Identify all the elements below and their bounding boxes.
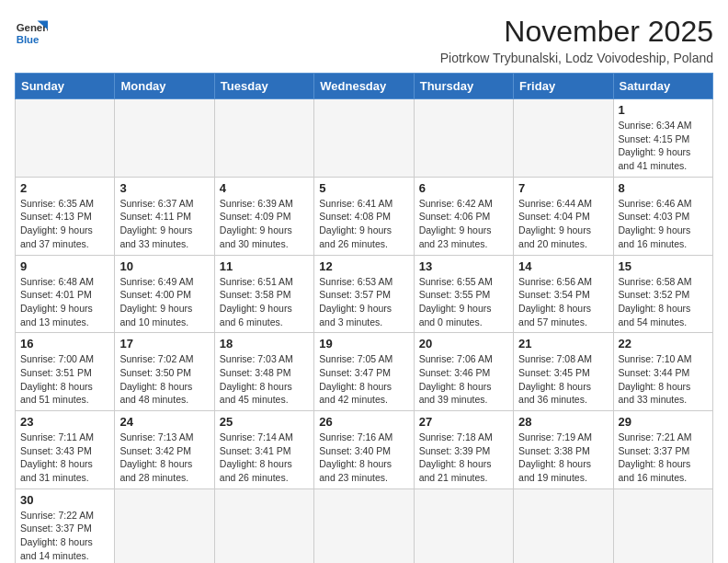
calendar-week-row: 30Sunrise: 7:22 AM Sunset: 3:37 PM Dayli… xyxy=(16,488,713,563)
day-info: Sunrise: 6:58 AM Sunset: 3:52 PM Dayligh… xyxy=(619,275,708,329)
calendar-day-cell: 8Sunrise: 6:46 AM Sunset: 4:03 PM Daylig… xyxy=(613,177,712,255)
calendar-day-cell xyxy=(115,99,214,178)
calendar: SundayMondayTuesdayWednesdayThursdayFrid… xyxy=(15,73,713,563)
calendar-day-cell: 12Sunrise: 6:53 AM Sunset: 3:57 PM Dayli… xyxy=(314,255,414,333)
calendar-day-cell: 27Sunrise: 7:18 AM Sunset: 3:39 PM Dayli… xyxy=(414,411,513,489)
calendar-day-cell: 19Sunrise: 7:05 AM Sunset: 3:47 PM Dayli… xyxy=(314,333,414,411)
day-info: Sunrise: 7:22 AM Sunset: 3:37 PM Dayligh… xyxy=(20,509,109,563)
calendar-day-cell: 13Sunrise: 6:55 AM Sunset: 3:55 PM Dayli… xyxy=(414,255,513,333)
day-info: Sunrise: 7:00 AM Sunset: 3:51 PM Dayligh… xyxy=(20,352,109,407)
calendar-day-cell: 20Sunrise: 7:06 AM Sunset: 3:46 PM Dayli… xyxy=(414,333,513,411)
day-info: Sunrise: 6:41 AM Sunset: 4:08 PM Dayligh… xyxy=(319,197,408,251)
day-number: 15 xyxy=(619,259,708,273)
calendar-day-cell: 22Sunrise: 7:10 AM Sunset: 3:44 PM Dayli… xyxy=(613,333,712,411)
calendar-day-cell xyxy=(514,488,613,563)
calendar-header-saturday: Saturday xyxy=(613,74,712,99)
day-number: 21 xyxy=(518,337,608,350)
calendar-day-cell: 23Sunrise: 7:11 AM Sunset: 3:43 PM Dayli… xyxy=(16,411,115,489)
day-info: Sunrise: 6:49 AM Sunset: 4:00 PM Dayligh… xyxy=(119,275,209,329)
calendar-day-cell: 4Sunrise: 6:39 AM Sunset: 4:09 PM Daylig… xyxy=(214,177,313,255)
calendar-day-cell: 10Sunrise: 6:49 AM Sunset: 4:00 PM Dayli… xyxy=(115,255,214,333)
calendar-day-cell: 25Sunrise: 7:14 AM Sunset: 3:41 PM Dayli… xyxy=(214,411,313,489)
calendar-day-cell xyxy=(414,99,513,178)
day-info: Sunrise: 6:42 AM Sunset: 4:06 PM Dayligh… xyxy=(419,197,508,251)
day-info: Sunrise: 7:11 AM Sunset: 3:43 PM Dayligh… xyxy=(20,431,109,485)
logo-icon: General Blue xyxy=(15,15,48,48)
calendar-day-cell: 14Sunrise: 6:56 AM Sunset: 3:54 PM Dayli… xyxy=(514,255,613,333)
day-number: 2 xyxy=(20,181,109,195)
day-number: 18 xyxy=(220,337,309,350)
day-number: 17 xyxy=(119,337,209,350)
calendar-day-cell: 1Sunrise: 6:34 AM Sunset: 4:15 PM Daylig… xyxy=(613,99,712,178)
day-info: Sunrise: 7:18 AM Sunset: 3:39 PM Dayligh… xyxy=(419,431,508,485)
day-info: Sunrise: 6:55 AM Sunset: 3:55 PM Dayligh… xyxy=(419,275,508,329)
day-info: Sunrise: 6:44 AM Sunset: 4:04 PM Dayligh… xyxy=(518,197,608,251)
calendar-week-row: 9Sunrise: 6:48 AM Sunset: 4:01 PM Daylig… xyxy=(16,255,713,333)
day-number: 7 xyxy=(518,181,608,195)
day-info: Sunrise: 7:05 AM Sunset: 3:47 PM Dayligh… xyxy=(319,352,408,407)
calendar-day-cell xyxy=(414,488,513,563)
day-info: Sunrise: 7:08 AM Sunset: 3:45 PM Dayligh… xyxy=(518,352,608,407)
day-number: 25 xyxy=(220,415,309,429)
calendar-week-row: 23Sunrise: 7:11 AM Sunset: 3:43 PM Dayli… xyxy=(16,411,713,489)
day-number: 5 xyxy=(319,181,408,195)
calendar-day-cell: 29Sunrise: 7:21 AM Sunset: 3:37 PM Dayli… xyxy=(613,411,712,489)
calendar-header-row: SundayMondayTuesdayWednesdayThursdayFrid… xyxy=(16,74,713,99)
day-info: Sunrise: 6:53 AM Sunset: 3:57 PM Dayligh… xyxy=(319,275,408,329)
day-number: 6 xyxy=(419,181,508,195)
calendar-day-cell: 26Sunrise: 7:16 AM Sunset: 3:40 PM Dayli… xyxy=(314,411,414,489)
calendar-week-row: 16Sunrise: 7:00 AM Sunset: 3:51 PM Dayli… xyxy=(16,333,713,411)
day-number: 4 xyxy=(220,181,309,195)
day-number: 27 xyxy=(419,415,508,429)
calendar-header-wednesday: Wednesday xyxy=(314,74,414,99)
calendar-day-cell: 16Sunrise: 7:00 AM Sunset: 3:51 PM Dayli… xyxy=(16,333,115,411)
month-title: November 2025 xyxy=(440,15,713,49)
calendar-day-cell xyxy=(314,488,414,563)
day-number: 10 xyxy=(119,259,209,273)
day-number: 26 xyxy=(319,415,408,429)
title-area: November 2025 Piotrkow Trybunalski, Lodz… xyxy=(440,15,713,65)
day-number: 30 xyxy=(20,493,109,507)
day-info: Sunrise: 6:35 AM Sunset: 4:13 PM Dayligh… xyxy=(20,197,109,251)
day-info: Sunrise: 7:16 AM Sunset: 3:40 PM Dayligh… xyxy=(319,431,408,485)
day-number: 29 xyxy=(619,415,708,429)
calendar-day-cell: 11Sunrise: 6:51 AM Sunset: 3:58 PM Dayli… xyxy=(214,255,313,333)
calendar-day-cell: 2Sunrise: 6:35 AM Sunset: 4:13 PM Daylig… xyxy=(16,177,115,255)
calendar-day-cell xyxy=(16,99,115,178)
calendar-day-cell: 9Sunrise: 6:48 AM Sunset: 4:01 PM Daylig… xyxy=(16,255,115,333)
calendar-day-cell xyxy=(314,99,414,178)
calendar-week-row: 1Sunrise: 6:34 AM Sunset: 4:15 PM Daylig… xyxy=(16,99,713,178)
calendar-day-cell: 5Sunrise: 6:41 AM Sunset: 4:08 PM Daylig… xyxy=(314,177,414,255)
calendar-day-cell: 17Sunrise: 7:02 AM Sunset: 3:50 PM Dayli… xyxy=(115,333,214,411)
calendar-header-tuesday: Tuesday xyxy=(214,74,313,99)
calendar-header-thursday: Thursday xyxy=(414,74,513,99)
calendar-day-cell: 24Sunrise: 7:13 AM Sunset: 3:42 PM Dayli… xyxy=(115,411,214,489)
calendar-day-cell xyxy=(613,488,712,563)
day-info: Sunrise: 7:10 AM Sunset: 3:44 PM Dayligh… xyxy=(619,352,708,407)
day-info: Sunrise: 7:19 AM Sunset: 3:38 PM Dayligh… xyxy=(518,431,608,485)
day-number: 20 xyxy=(419,337,508,350)
calendar-day-cell xyxy=(214,99,313,178)
day-number: 8 xyxy=(619,181,708,195)
day-number: 16 xyxy=(20,337,109,350)
day-info: Sunrise: 7:06 AM Sunset: 3:46 PM Dayligh… xyxy=(419,352,508,407)
day-info: Sunrise: 6:46 AM Sunset: 4:03 PM Dayligh… xyxy=(619,197,708,251)
svg-text:Blue: Blue xyxy=(17,34,40,45)
calendar-day-cell xyxy=(214,488,313,563)
calendar-header-friday: Friday xyxy=(514,74,613,99)
day-number: 14 xyxy=(518,259,608,273)
day-info: Sunrise: 6:51 AM Sunset: 3:58 PM Dayligh… xyxy=(220,275,309,329)
calendar-day-cell: 18Sunrise: 7:03 AM Sunset: 3:48 PM Dayli… xyxy=(214,333,313,411)
calendar-header-sunday: Sunday xyxy=(16,74,115,99)
day-number: 24 xyxy=(119,415,209,429)
calendar-day-cell: 30Sunrise: 7:22 AM Sunset: 3:37 PM Dayli… xyxy=(16,488,115,563)
day-number: 19 xyxy=(319,337,408,350)
day-info: Sunrise: 7:21 AM Sunset: 3:37 PM Dayligh… xyxy=(619,431,708,485)
day-info: Sunrise: 7:03 AM Sunset: 3:48 PM Dayligh… xyxy=(220,352,309,407)
calendar-week-row: 2Sunrise: 6:35 AM Sunset: 4:13 PM Daylig… xyxy=(16,177,713,255)
calendar-day-cell: 21Sunrise: 7:08 AM Sunset: 3:45 PM Dayli… xyxy=(514,333,613,411)
day-info: Sunrise: 6:34 AM Sunset: 4:15 PM Dayligh… xyxy=(619,119,708,173)
calendar-day-cell: 28Sunrise: 7:19 AM Sunset: 3:38 PM Dayli… xyxy=(514,411,613,489)
day-info: Sunrise: 7:13 AM Sunset: 3:42 PM Dayligh… xyxy=(119,431,209,485)
day-info: Sunrise: 7:14 AM Sunset: 3:41 PM Dayligh… xyxy=(220,431,309,485)
